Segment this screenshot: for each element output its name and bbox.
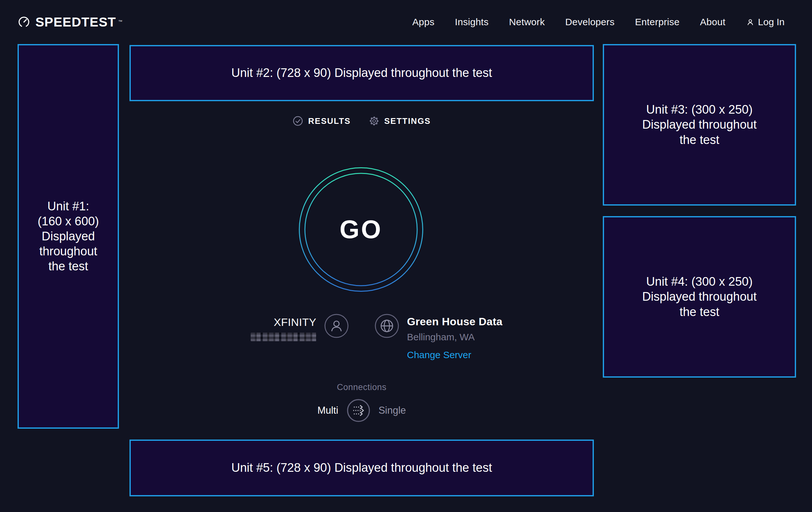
globe-icon — [374, 314, 399, 339]
change-server-link[interactable]: Change Server — [407, 350, 471, 360]
nav-item-enterprise[interactable]: Enterprise — [635, 17, 679, 27]
nav-item-apps[interactable]: Apps — [412, 17, 435, 27]
speedtest-logo[interactable]: SPEEDTEST ™ — [17, 15, 122, 30]
view-tabs: RESULTS SETTINGS — [129, 115, 594, 127]
connection-mode-single[interactable]: Single — [379, 405, 406, 416]
go-button[interactable]: GO — [298, 167, 424, 292]
header: SPEEDTEST ™ Apps Insights Network Develo… — [0, 0, 812, 44]
connections-section: Connections Multi Single — [129, 382, 594, 422]
ad-unit-5[interactable]: Unit #5: (728 x 90) Displayed throughout… — [129, 439, 594, 496]
ad-unit-3[interactable]: Unit #3: (300 x 250) Displayed throughou… — [603, 44, 796, 206]
isp-name[interactable]: XFINITY — [251, 316, 316, 328]
go-button-label: GO — [298, 167, 424, 292]
login-button[interactable]: Log In — [746, 17, 785, 27]
isp-user-icon — [324, 314, 349, 339]
ad-unit-3-text: Unit #3: (300 x 250) Displayed throughou… — [642, 102, 756, 147]
tab-results[interactable]: RESULTS — [292, 115, 350, 127]
isp-section: XFINITY — [129, 314, 362, 360]
speedtest-page: SPEEDTEST ™ Apps Insights Network Develo… — [0, 0, 812, 512]
ad-unit-5-text: Unit #5: (728 x 90) Displayed throughout… — [231, 460, 492, 475]
nav-item-developers[interactable]: Developers — [565, 17, 615, 27]
ad-unit-2-text: Unit #2: (728 x 90) Displayed throughout… — [231, 65, 492, 80]
server-name: Green House Data — [407, 315, 503, 328]
logo-text: SPEEDTEST — [35, 15, 116, 30]
ad-unit-1[interactable]: Unit #1: (160 x 600) Displayed throughou… — [18, 44, 119, 429]
connections-row: Multi Single — [129, 399, 594, 422]
check-circle-icon — [292, 115, 303, 127]
gauge-icon — [17, 15, 31, 29]
logo-trademark: ™ — [118, 19, 122, 24]
connection-mode-multi[interactable]: Multi — [317, 405, 338, 416]
isp-ip-redacted — [251, 332, 316, 341]
ad-unit-1-text: Unit #1: (160 x 600) Displayed throughou… — [38, 199, 99, 274]
ad-unit-4[interactable]: Unit #4: (300 x 250) Displayed throughou… — [603, 216, 796, 378]
nav-item-network[interactable]: Network — [509, 17, 545, 27]
server-section: Green House Data Bellingham, WA Change S… — [362, 314, 594, 360]
ad-unit-2[interactable]: Unit #2: (728 x 90) Displayed throughout… — [129, 45, 594, 101]
isp-block: XFINITY — [251, 314, 316, 360]
nav-item-about[interactable]: About — [700, 17, 726, 27]
gear-icon — [369, 115, 379, 127]
nav-item-insights[interactable]: Insights — [455, 17, 489, 27]
server-block: Green House Data Bellingham, WA Change S… — [407, 314, 503, 360]
connections-label: Connections — [129, 382, 594, 392]
connection-info: XFINITY Green House Data Bellingham, WA … — [129, 314, 594, 360]
tab-settings-label: SETTINGS — [384, 116, 431, 126]
server-location: Bellingham, WA — [407, 332, 503, 343]
ad-unit-4-text: Unit #4: (300 x 250) Displayed throughou… — [642, 274, 756, 319]
login-label: Log In — [758, 17, 785, 27]
connection-mode-toggle-icon[interactable] — [347, 399, 370, 422]
tab-results-label: RESULTS — [308, 116, 350, 126]
user-icon — [746, 18, 755, 26]
tab-settings[interactable]: SETTINGS — [369, 115, 431, 127]
main-nav: Apps Insights Network Developers Enterpr… — [412, 17, 785, 27]
